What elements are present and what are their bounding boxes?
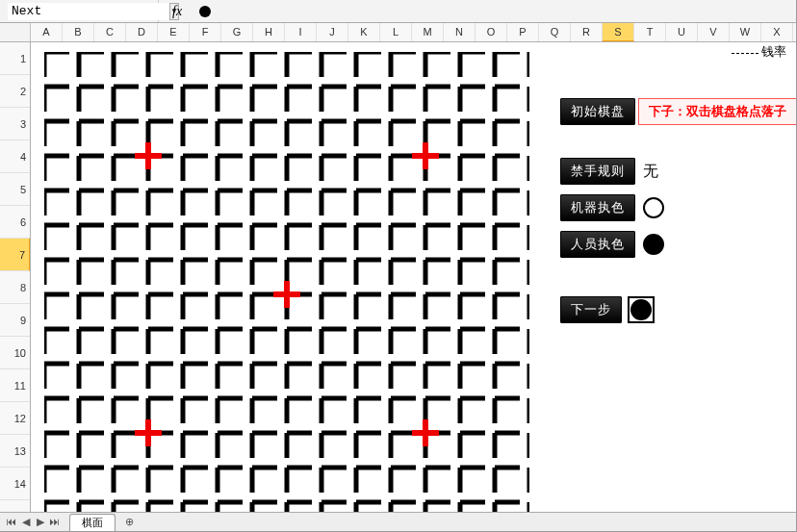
row-header[interactable]: 13 <box>0 435 30 468</box>
row-header[interactable]: 9 <box>0 304 30 337</box>
human-color-button[interactable]: 人员执色 <box>560 231 635 258</box>
row-headers: 123456789101112131415 <box>0 42 31 512</box>
tab-nav: ⏮ ◀ ▶ ⏭ <box>0 516 65 528</box>
column-header[interactable]: F <box>190 23 221 41</box>
column-header[interactable]: C <box>94 23 126 41</box>
row-header[interactable]: 6 <box>0 206 30 239</box>
column-header[interactable]: J <box>317 23 348 41</box>
column-header[interactable]: U <box>666 23 698 41</box>
column-header[interactable]: A <box>31 23 63 41</box>
column-header[interactable]: B <box>63 23 94 41</box>
spreadsheet-body: 123456789101112131415 初始棋盘 下子：双击棋盘格点落子 禁… <box>0 42 796 512</box>
row-header[interactable]: 2 <box>0 75 30 108</box>
column-header[interactable]: R <box>571 23 603 41</box>
column-header[interactable]: H <box>253 23 285 41</box>
row-header[interactable]: 3 <box>0 108 30 140</box>
column-header[interactable]: P <box>507 23 539 41</box>
stone-black-icon <box>199 6 211 17</box>
black-stone-icon <box>630 299 652 320</box>
black-stone-icon <box>643 234 664 255</box>
column-header[interactable]: N <box>444 23 476 41</box>
column-header[interactable]: Q <box>539 23 571 41</box>
column-header[interactable]: W <box>730 23 761 41</box>
machine-color-button[interactable]: 机器执色 <box>560 194 635 221</box>
formula-bar: ▼ fx <box>0 0 796 23</box>
next-indicator <box>628 296 655 323</box>
column-header[interactable]: T <box>634 23 666 41</box>
tab-nav-last-icon[interactable]: ⏭ <box>47 516 62 528</box>
sheet-tab-bar: ⏮ ◀ ▶ ⏭ 棋面 ⊕ <box>0 512 796 531</box>
formula-value[interactable] <box>195 6 796 17</box>
column-header[interactable]: L <box>380 23 412 41</box>
column-header[interactable]: M <box>412 23 444 41</box>
init-board-button[interactable]: 初始棋盘 <box>560 98 635 125</box>
name-box-wrap: ▼ <box>0 0 159 22</box>
column-header[interactable]: G <box>221 23 253 41</box>
column-header[interactable]: E <box>158 23 190 41</box>
instruction-pane: 下子：双击棋盘格点落子 <box>638 98 797 125</box>
control-panel: 初始棋盘 下子：双击棋盘格点落子 禁手规则 无 机器执色 人员执色 下一步 <box>560 98 797 333</box>
column-header[interactable]: S <box>603 23 634 41</box>
sheet-tab-add[interactable]: ⊕ <box>116 515 143 529</box>
column-header[interactable]: O <box>476 23 507 41</box>
tab-nav-next-icon[interactable]: ▶ <box>33 516 47 528</box>
column-header[interactable]: D <box>126 23 158 41</box>
forbidden-rule-value: 无 <box>643 162 658 182</box>
row-header[interactable]: 5 <box>0 173 30 206</box>
tab-nav-prev-icon[interactable]: ◀ <box>18 516 33 528</box>
row-header[interactable]: 11 <box>0 369 30 402</box>
fx-label[interactable]: fx <box>159 4 195 19</box>
column-header[interactable]: K <box>348 23 380 41</box>
go-board[interactable] <box>44 52 529 532</box>
next-step-button[interactable]: 下一步 <box>560 296 622 323</box>
column-header[interactable]: V <box>698 23 730 41</box>
row-header[interactable]: 10 <box>0 337 30 369</box>
row-header[interactable]: 12 <box>0 402 30 435</box>
row-header[interactable]: 1 <box>0 42 30 75</box>
row-header[interactable]: 14 <box>0 468 30 500</box>
row-header[interactable]: 7 <box>0 239 30 271</box>
column-header[interactable]: X <box>761 23 793 41</box>
row-header[interactable]: 4 <box>0 140 30 173</box>
white-stone-icon <box>643 197 664 218</box>
sheet-canvas: 初始棋盘 下子：双击棋盘格点落子 禁手规则 无 机器执色 人员执色 下一步 <box>31 42 796 512</box>
name-box[interactable] <box>8 3 169 20</box>
sheet-tab-active[interactable]: 棋面 <box>69 514 116 531</box>
select-all-corner[interactable] <box>0 23 31 41</box>
column-header[interactable]: I <box>285 23 317 41</box>
column-headers: ABCDEFGHIJKLMNOPQRSTUVWX <box>0 23 796 42</box>
row-header[interactable]: 8 <box>0 271 30 304</box>
forbidden-rule-button[interactable]: 禁手规则 <box>560 158 635 185</box>
tab-nav-first-icon[interactable]: ⏮ <box>4 516 18 528</box>
author-signature: 钱率 <box>732 43 786 61</box>
